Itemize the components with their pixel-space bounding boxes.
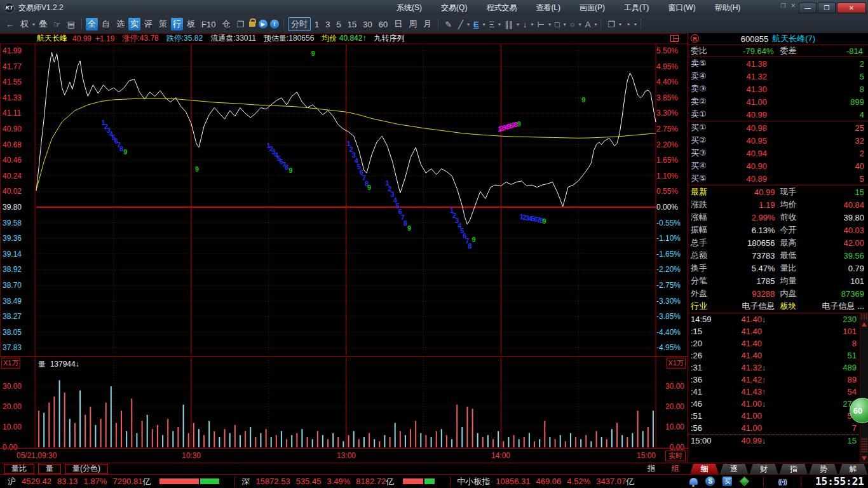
period-5m-button[interactable]: 5 bbox=[334, 19, 344, 30]
pencil-draw-icon[interactable]: ✎ bbox=[442, 19, 454, 30]
custom-list-button[interactable]: 自 bbox=[99, 18, 112, 30]
buy-icon[interactable]: 买 bbox=[722, 477, 732, 486]
overlay-button[interactable]: 叠 bbox=[36, 18, 50, 30]
tick-row[interactable]: :1541.40101 bbox=[688, 325, 868, 337]
menu-item[interactable]: 查看(L) bbox=[536, 3, 560, 13]
period-intraday-button[interactable]: 分时 bbox=[288, 17, 311, 31]
tick-row[interactable]: :5141.0057 bbox=[688, 410, 868, 422]
review-button[interactable]: 评 bbox=[142, 18, 155, 30]
scrollbar-thumb[interactable] bbox=[861, 314, 867, 320]
bid-row[interactable]: 买④40.9040 bbox=[688, 159, 868, 172]
lock-icon[interactable] bbox=[249, 22, 255, 27]
panel-tab-细[interactable]: 细 bbox=[690, 464, 719, 475]
text-tool-icon[interactable]: A bbox=[583, 19, 593, 30]
tab-volume[interactable]: 量 bbox=[38, 464, 61, 474]
period-day-button[interactable]: 日 bbox=[391, 18, 405, 30]
tab-indicator[interactable]: 指 bbox=[648, 463, 655, 474]
tick-row[interactable]: :4141.43↑54 bbox=[688, 386, 868, 398]
bid-row[interactable]: 买⑤40.895 bbox=[688, 172, 868, 185]
select-button[interactable]: 选 bbox=[114, 18, 127, 30]
tab-volume-colored[interactable]: 量(分色) bbox=[65, 464, 108, 474]
tick-row[interactable]: :4641.00↓278 bbox=[688, 398, 868, 410]
snapshot-icon[interactable]: ❐ bbox=[605, 19, 618, 30]
vertical-lines-icon[interactable]: ∥∥ bbox=[502, 19, 515, 30]
realtime-button[interactable]: 实 bbox=[128, 18, 140, 30]
menu-item[interactable]: 窗口(W) bbox=[668, 3, 695, 13]
tick-row[interactable]: 15:0040.99↓15 bbox=[688, 434, 868, 446]
rectangle-tool-icon[interactable]: □ bbox=[552, 19, 562, 30]
arrow-mark-icon[interactable]: ↓ bbox=[520, 19, 530, 30]
quotes-button[interactable]: 行 bbox=[171, 18, 183, 30]
ask-row[interactable]: 卖⑤41.382 bbox=[688, 57, 868, 70]
close-button[interactable]: ✕ bbox=[837, 3, 866, 13]
f10-button[interactable]: F10 bbox=[199, 19, 218, 30]
tab-volume-ratio[interactable]: 量比 bbox=[4, 464, 34, 474]
bid-row[interactable]: 买②40.9532 bbox=[688, 134, 868, 147]
menu-item[interactable]: 系统(S) bbox=[397, 3, 422, 13]
board-button[interactable]: 板 bbox=[184, 18, 198, 30]
copy-icon[interactable]: ❐ bbox=[234, 19, 247, 30]
menu-item[interactable]: 交易(Q) bbox=[441, 3, 467, 13]
scroll-up-icon[interactable] bbox=[862, 322, 867, 327]
ask-row[interactable]: 卖④41.325 bbox=[688, 70, 868, 83]
menu-item[interactable]: 画面(P) bbox=[580, 3, 605, 13]
ruler-icon[interactable]: ▤ bbox=[65, 19, 78, 30]
child-restore-icon[interactable]: ❐ bbox=[778, 3, 787, 9]
scrollbar-hatch[interactable] bbox=[861, 437, 867, 452]
play-icon[interactable]: ▶ bbox=[259, 20, 268, 29]
period-month-button[interactable]: 月 bbox=[421, 18, 434, 30]
back-icon[interactable]: ← bbox=[3, 19, 17, 30]
tick-volume: 489 bbox=[770, 363, 857, 372]
alert-bell-icon[interactable] bbox=[689, 478, 698, 485]
panel-tab-财[interactable]: 财 bbox=[750, 464, 778, 475]
position-button[interactable]: 仓 bbox=[219, 18, 233, 30]
panel-tab-指[interactable]: 指 bbox=[779, 464, 808, 475]
tick-row[interactable]: :5641.007 bbox=[688, 422, 868, 434]
maximize-button[interactable]: ❐ bbox=[818, 3, 836, 13]
gann-tool-icon[interactable]: ◔ bbox=[623, 19, 633, 30]
scroll-down-icon[interactable] bbox=[862, 456, 867, 461]
period-30m-button[interactable]: 30 bbox=[360, 19, 374, 30]
fibonacci-icon[interactable]: E bbox=[471, 19, 482, 30]
measure-icon[interactable]: ⊢ bbox=[535, 19, 547, 30]
volume-pane[interactable]: X1万 X1万 量 137944↓ 30.0030.0020.0020.0010… bbox=[0, 356, 688, 448]
ask-row[interactable]: 卖①40.994 bbox=[688, 108, 868, 121]
tab-group[interactable]: 组 bbox=[672, 463, 679, 474]
circle-tool-icon[interactable]: ○ bbox=[567, 19, 578, 30]
period-15m-button[interactable]: 15 bbox=[345, 19, 359, 30]
strategy-button[interactable]: 策 bbox=[156, 18, 170, 30]
channel-icon[interactable]: Ξ bbox=[487, 19, 497, 30]
tick-row[interactable]: :2041.408 bbox=[688, 337, 868, 349]
bid-row[interactable]: 买③40.942 bbox=[688, 147, 868, 159]
tick-row[interactable]: :3141.32↓489 bbox=[688, 362, 868, 374]
hand-pointer-icon[interactable]: ☞ bbox=[51, 19, 64, 30]
intraday-chart[interactable]: 1234567899123456789912345678912345678912… bbox=[0, 43, 688, 356]
menu-item[interactable]: 帮助(H) bbox=[715, 3, 741, 13]
period-week-button[interactable]: 周 bbox=[406, 18, 419, 30]
menu-item[interactable]: 工具(T) bbox=[624, 3, 649, 13]
menu-item[interactable]: 程式交易 bbox=[486, 3, 517, 13]
panel-tab-逐[interactable]: 逐 bbox=[720, 464, 749, 475]
period-1m-button[interactable]: 1 bbox=[312, 19, 322, 30]
tick-row[interactable]: 14:5941.40↓230 bbox=[688, 313, 868, 325]
alert-icon[interactable]: ! bbox=[270, 20, 279, 29]
panel-tab-解[interactable]: 解 bbox=[839, 464, 867, 475]
tick-row[interactable]: :3641.42↑89 bbox=[688, 374, 868, 386]
ask-row[interactable]: 卖③41.308 bbox=[688, 83, 868, 95]
tick-row[interactable]: :2641.4051 bbox=[688, 349, 868, 362]
period-60m-button[interactable]: 60 bbox=[376, 19, 390, 30]
panel-tab-势[interactable]: 势 bbox=[809, 464, 837, 475]
all-market-button[interactable]: 全 bbox=[86, 18, 98, 30]
layout-grid-icon[interactable] bbox=[670, 35, 679, 42]
trendline-icon[interactable]: ╱ bbox=[456, 19, 466, 30]
bid-row[interactable]: 买①40.9825 bbox=[688, 121, 868, 134]
tick-scrollbar[interactable] bbox=[860, 313, 868, 463]
coin-icon[interactable]: S bbox=[705, 477, 715, 486]
diamond-icon[interactable] bbox=[740, 477, 750, 487]
ask-row[interactable]: 卖②41.00899 bbox=[688, 95, 868, 108]
period-3m-button[interactable]: 3 bbox=[323, 19, 332, 30]
realtime-badge[interactable]: 实时 bbox=[665, 451, 686, 461]
minimize-button[interactable]: — bbox=[799, 3, 817, 13]
rights-button[interactable]: 权 bbox=[18, 18, 31, 30]
child-close-icon[interactable]: ✕ bbox=[789, 3, 797, 9]
